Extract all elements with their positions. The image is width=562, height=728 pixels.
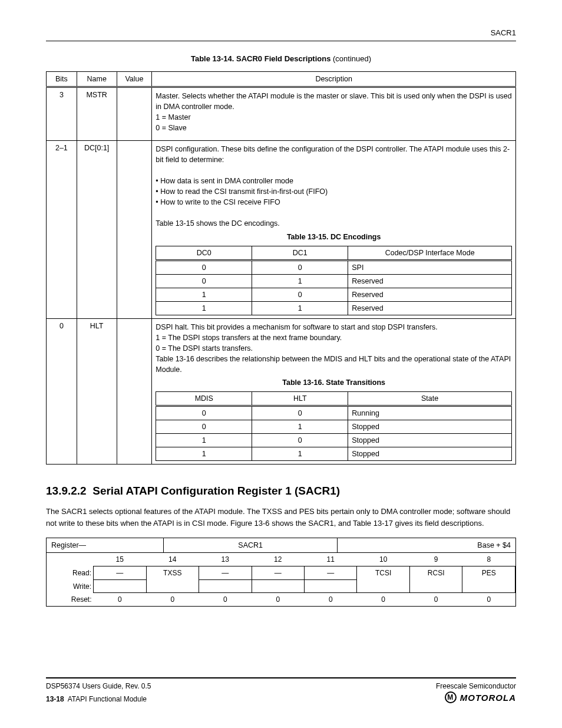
cell-name: MSTR: [77, 87, 117, 141]
motorola-logo: M MOTOROLA: [445, 691, 516, 703]
cell-name: DC[0:1]: [77, 140, 117, 318]
subtable-header-row: DC0 DC1 Codec/DSP Interface Mode: [156, 246, 512, 260]
table-row: 00Running: [156, 406, 512, 420]
header-section-label: SACR1: [46, 28, 516, 37]
cell-name: HLT: [77, 318, 117, 465]
subtable-dc-encodings: DC0 DC1 Codec/DSP Interface Mode 00SPI 0…: [156, 246, 512, 315]
register-bits-table: 15 14 13 12 11 10 9 8 Read: — TXSS —: [47, 553, 515, 606]
table-row: 01Reserved: [156, 274, 512, 288]
subtable-header-row: MDIS HLT State: [156, 392, 512, 406]
reset-row: Reset: 0 0 0 0 0 0 0 0: [47, 593, 515, 607]
page-footer: DSP56374 Users Guide, Rev. 0.5 Freescale…: [46, 677, 516, 703]
register-header-row: Register— SACR1 Base + $4: [47, 538, 516, 553]
subtable1-title: Table 13-15. DC Encodings: [156, 233, 512, 241]
table-row: 0 HLT DSPI halt. This bit provides a mec…: [47, 318, 516, 465]
subtable2-title: Table 13-16. State Transitions: [156, 378, 512, 387]
table-row: 01Stopped: [156, 420, 512, 434]
footer-rule: [46, 677, 516, 678]
reg-name: SACR1: [164, 538, 338, 553]
table-row: 3 MSTR Master. Selects whether the ATAPI…: [47, 87, 516, 141]
cell-desc: DSPI configuration. These bits define th…: [152, 140, 516, 318]
cell-value: [117, 140, 152, 318]
cell-bits: 0: [47, 318, 77, 465]
section-heading: 13.9.2.2 Serial ATAPI Configuration Regi…: [46, 485, 516, 498]
register-table: Register— SACR1 Base + $4 15 14 13 12 11…: [46, 538, 516, 607]
footer-page-ref: 13-18 ATAPI Functional Module: [46, 695, 147, 703]
table1-title: Table 13-14. SACR0 Field Descriptions (c…: [46, 54, 516, 63]
th-name: Name: [77, 72, 117, 87]
table-row: 10Stopped: [156, 434, 512, 447]
cell-value: [117, 87, 152, 141]
table-row: 10Reserved: [156, 288, 512, 301]
th-desc: Description: [152, 72, 516, 87]
table1-header-row: Bits Name Value Description: [47, 72, 516, 87]
read-row: Read: — TXSS — — — TCSI RCSI PES: [47, 566, 515, 580]
motorola-logo-icon: M: [445, 691, 457, 703]
th-value: Value: [117, 72, 152, 87]
bit-numbers-row: 15 14 13 12 11 10 9 8: [47, 553, 515, 566]
header-rule: [46, 41, 516, 41]
reg-base: Base + $4: [338, 538, 516, 553]
cell-bits: 3: [47, 87, 77, 141]
footer-vendor: Freescale Semiconductor: [436, 682, 516, 690]
table1: Bits Name Value Description 3 MSTR Maste…: [46, 71, 516, 465]
th-bits: Bits: [47, 72, 77, 87]
section-paragraph: The SACR1 selects optional features of t…: [46, 506, 516, 529]
table-row: 11Stopped: [156, 447, 512, 461]
read-label: Read:: [47, 566, 94, 580]
table-row: 00SPI: [156, 260, 512, 274]
table-row: 11Reserved: [156, 301, 512, 315]
write-label: Write:: [47, 580, 94, 593]
motorola-logo-text: MOTOROLA: [460, 693, 516, 703]
footer-doc-title: DSP56374 Users Guide, Rev. 0.5: [46, 682, 151, 690]
register-bits-row: 15 14 13 12 11 10 9 8 Read: — TXSS —: [47, 553, 516, 607]
cell-desc: DSPI halt. This bit provides a mechanism…: [152, 318, 516, 465]
reg-label-register: Register—: [47, 538, 164, 553]
cell-desc: Master. Selects whether the ATAPI module…: [152, 87, 516, 141]
table-row: 2–1 DC[0:1] DSPI configuration. These bi…: [47, 140, 516, 318]
cell-value: [117, 318, 152, 465]
cell-bits: 2–1: [47, 140, 77, 318]
reset-label: Reset:: [47, 593, 94, 607]
subtable-state-transitions: MDIS HLT State 00Running 01Stopped 10Sto…: [156, 391, 512, 461]
